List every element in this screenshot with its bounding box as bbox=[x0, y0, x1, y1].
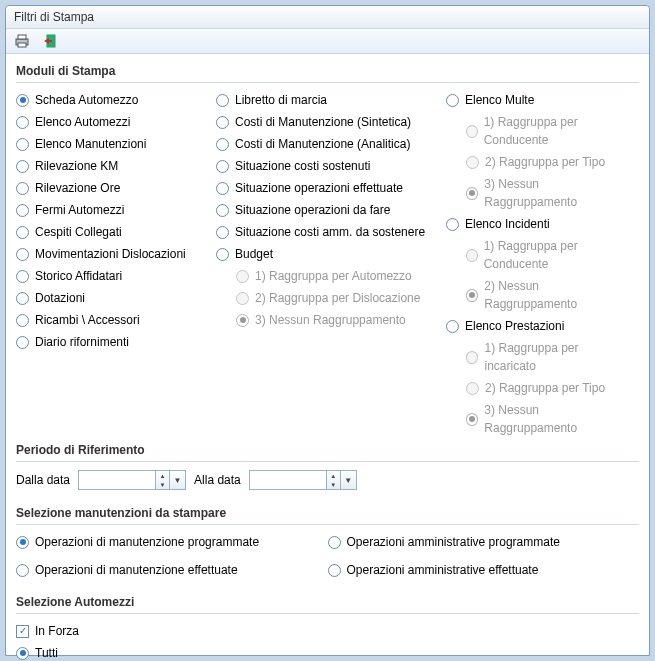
vehicle-opt[interactable]: Tutti bbox=[16, 642, 639, 661]
checkbox-icon bbox=[16, 625, 29, 638]
multe-sub-opt: 1) Raggruppa per Conducente bbox=[466, 111, 626, 151]
radio-icon bbox=[16, 204, 29, 217]
from-date-dropdown[interactable]: ▼ bbox=[170, 470, 186, 490]
in-forza-check[interactable]: In Forza bbox=[16, 620, 639, 642]
module-label: Dotazioni bbox=[35, 289, 85, 307]
module-label: Libretto di marcia bbox=[235, 91, 327, 109]
module-opt[interactable]: Elenco Prestazioni bbox=[446, 315, 626, 337]
module-label: 2) Raggruppa per Tipo bbox=[485, 153, 605, 171]
from-date-label: Dalla data bbox=[16, 473, 70, 487]
radio-icon bbox=[16, 94, 29, 107]
module-opt[interactable]: Budget bbox=[216, 243, 446, 265]
svg-rect-1 bbox=[18, 35, 26, 39]
module-label: 1) Raggruppa per Automezzo bbox=[255, 267, 412, 285]
module-label: Situazione operazioni effettuate bbox=[235, 179, 403, 197]
from-date-input[interactable] bbox=[78, 470, 156, 490]
module-label: Rilevazione Ore bbox=[35, 179, 120, 197]
module-opt[interactable]: Storico Affidatari bbox=[16, 265, 216, 287]
module-opt[interactable]: Rilevazione Ore bbox=[16, 177, 216, 199]
module-opt[interactable]: Situazione operazioni da fare bbox=[216, 199, 446, 221]
radio-icon bbox=[216, 248, 229, 261]
modules-col-c: Elenco Multe 1) Raggruppa per Conducente… bbox=[446, 89, 626, 439]
module-opt[interactable]: Dotazioni bbox=[16, 287, 216, 309]
module-label: Cespiti Collegati bbox=[35, 223, 122, 241]
module-label: 1) Raggruppa per incaricato bbox=[484, 339, 626, 375]
maint-label: Operazioni amministrative programmate bbox=[347, 533, 560, 551]
module-label: Situazione costi sostenuti bbox=[235, 157, 370, 175]
radio-icon bbox=[466, 125, 478, 138]
prestazioni-sub-opt: 1) Raggruppa per incaricato bbox=[466, 337, 626, 377]
radio-icon bbox=[216, 116, 229, 129]
module-opt[interactable]: Diario rifornimenti bbox=[16, 331, 216, 353]
modules-header: Moduli di Stampa bbox=[16, 60, 639, 83]
module-label: Movimentazioni Dislocazioni bbox=[35, 245, 186, 263]
module-opt[interactable]: Libretto di marcia bbox=[216, 89, 446, 111]
module-opt[interactable]: Fermi Automezzi bbox=[16, 199, 216, 221]
module-label: Elenco Incidenti bbox=[465, 215, 550, 233]
module-label: 2) Nessun Raggruppamento bbox=[484, 277, 626, 313]
module-opt[interactable]: Scheda Automezzo bbox=[16, 89, 216, 111]
module-label: Diario rifornimenti bbox=[35, 333, 129, 351]
radio-icon bbox=[328, 536, 341, 549]
multe-sub-opt: 3) Nessun Raggruppamento bbox=[466, 173, 626, 213]
module-opt[interactable]: Cespiti Collegati bbox=[16, 221, 216, 243]
print-button[interactable] bbox=[12, 32, 32, 50]
module-label: 2) Raggruppa per Tipo bbox=[485, 379, 605, 397]
exit-button[interactable] bbox=[40, 32, 60, 50]
radio-icon bbox=[16, 160, 29, 173]
maint-opt[interactable]: Operazioni amministrative effettuate bbox=[328, 553, 640, 581]
toolbar bbox=[6, 29, 649, 54]
module-label: Scheda Automezzo bbox=[35, 91, 138, 109]
maint-opt[interactable]: Operazioni di manutenzione effettuate bbox=[16, 553, 328, 581]
radio-icon bbox=[466, 249, 478, 262]
module-opt[interactable]: Situazione costi sostenuti bbox=[216, 155, 446, 177]
to-date-spinner[interactable]: ▲▼ bbox=[327, 470, 341, 490]
radio-icon bbox=[466, 289, 478, 302]
budget-sub-opt: 1) Raggruppa per Automezzo bbox=[236, 265, 446, 287]
module-opt[interactable]: Elenco Manutenzioni bbox=[16, 133, 216, 155]
module-opt[interactable]: Elenco Incidenti bbox=[446, 213, 626, 235]
incidenti-sub-opt: 2) Nessun Raggruppamento bbox=[466, 275, 626, 315]
radio-icon bbox=[466, 351, 478, 364]
maint-label: Operazioni di manutenzione programmate bbox=[35, 533, 259, 551]
module-opt[interactable]: Situazione costi amm. da sostenere bbox=[216, 221, 446, 243]
radio-icon bbox=[16, 314, 29, 327]
prestazioni-sub-opt: 2) Raggruppa per Tipo bbox=[466, 377, 626, 399]
module-opt[interactable]: Rilevazione KM bbox=[16, 155, 216, 177]
radio-icon bbox=[16, 226, 29, 239]
module-label: Elenco Manutenzioni bbox=[35, 135, 146, 153]
maint-opt[interactable]: Operazioni amministrative programmate bbox=[328, 531, 640, 553]
to-date-dropdown[interactable]: ▼ bbox=[341, 470, 357, 490]
radio-icon bbox=[16, 292, 29, 305]
module-label: Costi di Manutenzione (Analitica) bbox=[235, 135, 410, 153]
budget-sub-opt: 2) Raggruppa per Dislocazione bbox=[236, 287, 446, 309]
vehicles-header: Selezione Automezzi bbox=[16, 591, 639, 614]
module-label: Fermi Automezzi bbox=[35, 201, 124, 219]
module-opt[interactable]: Elenco Multe bbox=[446, 89, 626, 111]
module-opt[interactable]: Situazione operazioni effettuate bbox=[216, 177, 446, 199]
radio-icon bbox=[216, 138, 229, 151]
filter-window: Filtri di Stampa Moduli di Stampa Scheda… bbox=[5, 5, 650, 656]
module-label: Costi di Manutenzione (Sintetica) bbox=[235, 113, 411, 131]
period-header: Periodo di Riferimento bbox=[16, 439, 639, 462]
to-date-input[interactable] bbox=[249, 470, 327, 490]
radio-icon bbox=[16, 336, 29, 349]
radio-icon bbox=[16, 182, 29, 195]
radio-icon bbox=[216, 226, 229, 239]
module-opt[interactable]: Costi di Manutenzione (Analitica) bbox=[216, 133, 446, 155]
radio-icon bbox=[216, 204, 229, 217]
radio-icon bbox=[216, 182, 229, 195]
maint-opt[interactable]: Operazioni di manutenzione programmate bbox=[16, 531, 328, 553]
radio-icon bbox=[236, 270, 249, 283]
radio-icon bbox=[236, 314, 249, 327]
from-date-spinner[interactable]: ▲▼ bbox=[156, 470, 170, 490]
module-opt[interactable]: Movimentazioni Dislocazioni bbox=[16, 243, 216, 265]
module-opt[interactable]: Costi di Manutenzione (Sintetica) bbox=[216, 111, 446, 133]
module-opt[interactable]: Elenco Automezzi bbox=[16, 111, 216, 133]
radio-icon bbox=[16, 647, 29, 660]
module-opt[interactable]: Ricambi \ Accessori bbox=[16, 309, 216, 331]
radio-icon bbox=[466, 156, 479, 169]
radio-icon bbox=[16, 116, 29, 129]
module-label: 3) Nessun Raggruppamento bbox=[484, 401, 626, 437]
module-label: Elenco Automezzi bbox=[35, 113, 130, 131]
